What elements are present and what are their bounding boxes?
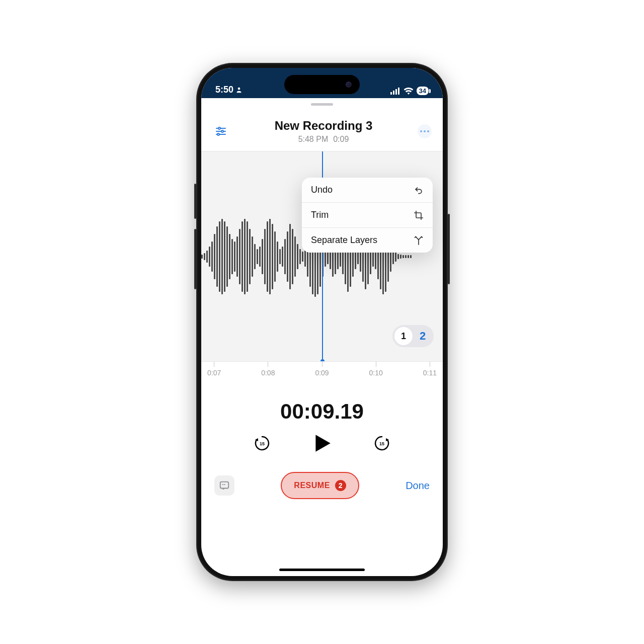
skip-forward-15-button[interactable]: 15 bbox=[373, 434, 391, 452]
sheet-grabber[interactable] bbox=[201, 98, 443, 109]
undo-icon bbox=[414, 185, 424, 195]
ruler-tick: 0:11 bbox=[423, 362, 437, 382]
timeline-ruler[interactable]: 0:07 0:08 0:09 0:10 0:11 bbox=[201, 361, 443, 382]
svg-rect-4 bbox=[398, 88, 399, 95]
bottom-toolbar: RESUME 2 Done bbox=[201, 463, 443, 514]
menu-undo-label: Undo bbox=[311, 185, 333, 195]
menu-undo[interactable]: Undo bbox=[302, 178, 433, 203]
cellular-signal-icon bbox=[390, 88, 400, 95]
svg-point-10 bbox=[217, 133, 219, 135]
svg-rect-1 bbox=[390, 92, 392, 95]
svg-rect-16 bbox=[220, 482, 229, 489]
options-menu: Undo Trim Separate Layers bbox=[302, 178, 433, 253]
layer-1-button[interactable]: 1 bbox=[394, 327, 413, 345]
play-button[interactable] bbox=[311, 433, 333, 454]
status-time: 5:50 bbox=[215, 85, 233, 95]
recording-header: New Recording 3 5:48 PM 0:09 bbox=[201, 109, 443, 151]
resume-layer-badge: 2 bbox=[335, 480, 346, 491]
recording-time: 5:48 PM bbox=[298, 135, 329, 144]
wifi-icon bbox=[404, 88, 414, 95]
menu-trim[interactable]: Trim bbox=[302, 203, 433, 228]
phone-frame: 5:50 34 bbox=[196, 63, 448, 581]
crop-icon bbox=[414, 210, 424, 220]
resume-label: RESUME bbox=[294, 481, 330, 490]
screen: 5:50 34 bbox=[201, 68, 443, 576]
svg-point-6 bbox=[218, 127, 220, 129]
svg-point-8 bbox=[221, 130, 223, 132]
transcript-button[interactable] bbox=[214, 475, 234, 496]
skip-back-15-button[interactable]: 15 bbox=[253, 434, 271, 452]
ruler-tick: 0:09 bbox=[315, 362, 329, 382]
svg-point-0 bbox=[238, 87, 240, 90]
ruler-tick: 0:10 bbox=[369, 362, 383, 382]
done-button[interactable]: Done bbox=[406, 480, 430, 492]
status-bar: 5:50 34 bbox=[201, 68, 443, 98]
layer-2-button[interactable]: 2 bbox=[414, 327, 432, 345]
fork-icon bbox=[414, 235, 424, 246]
ruler-tick: 0:07 bbox=[207, 362, 221, 382]
home-indicator[interactable] bbox=[279, 569, 365, 571]
menu-separate-layers[interactable]: Separate Layers bbox=[302, 228, 433, 253]
resume-button[interactable]: RESUME 2 bbox=[281, 472, 359, 499]
menu-separate-label: Separate Layers bbox=[311, 235, 377, 246]
battery-indicator: 34 bbox=[417, 87, 429, 95]
recording-title[interactable]: New Recording 3 bbox=[229, 119, 418, 133]
timecode-display: 00:09.19 bbox=[201, 382, 443, 429]
layer-selector: 1 2 bbox=[392, 325, 434, 347]
svg-text:15: 15 bbox=[260, 441, 265, 446]
svg-rect-3 bbox=[395, 89, 397, 95]
transport-controls: 15 15 bbox=[201, 429, 443, 463]
svg-text:15: 15 bbox=[379, 441, 384, 446]
settings-sliders-icon[interactable] bbox=[212, 123, 229, 140]
more-options-button[interactable] bbox=[418, 124, 432, 138]
ruler-tick: 0:08 bbox=[261, 362, 275, 382]
dynamic-island bbox=[284, 75, 360, 94]
svg-marker-13 bbox=[315, 435, 330, 452]
recording-duration: 0:09 bbox=[333, 135, 349, 144]
svg-rect-2 bbox=[393, 91, 394, 95]
menu-trim-label: Trim bbox=[311, 210, 329, 220]
person-location-icon bbox=[235, 87, 243, 94]
